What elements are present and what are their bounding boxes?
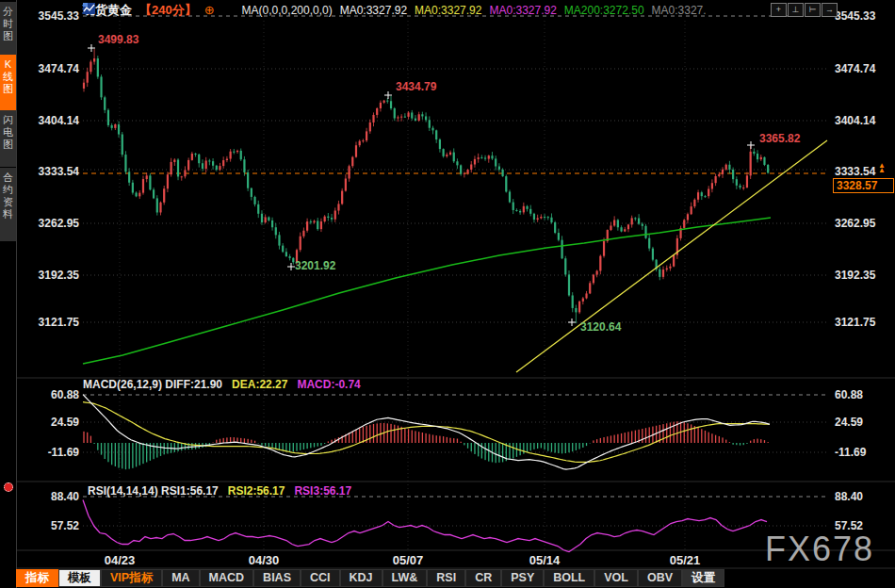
toolbar-button[interactable]: MACD bbox=[201, 570, 253, 586]
toolbar-button[interactable]: 模板 bbox=[59, 570, 100, 586]
price-tick-label: 3333.54 bbox=[835, 165, 875, 178]
sidebar-tab-item[interactable]: 闪电图 bbox=[0, 110, 16, 167]
toolbar-button[interactable]: 指标 bbox=[17, 570, 57, 586]
toolbar-button[interactable]: PSY bbox=[502, 570, 543, 586]
ma-value-label: MA200:3272.50 bbox=[564, 4, 644, 17]
price-annotation: 3365.82 bbox=[759, 132, 800, 145]
axis-scale-left-icon[interactable]: ⊥ bbox=[788, 3, 804, 17]
toolbar-button[interactable]: CR bbox=[466, 570, 500, 586]
price-tick-label: 3192.35 bbox=[17, 269, 79, 282]
date-label: 05/14 bbox=[529, 553, 561, 567]
macd-tick-label: -11.69 bbox=[17, 446, 79, 459]
price-up-arrow-icon: ▲▲ bbox=[878, 163, 886, 172]
toolbar-button[interactable]: KDJ bbox=[341, 570, 382, 586]
macd-tick-label: 60.88 bbox=[17, 388, 79, 401]
price-tick-label: 3121.75 bbox=[17, 316, 79, 329]
toolbar-button[interactable]: CCI bbox=[301, 570, 339, 586]
toolbar-button[interactable]: 设置 bbox=[683, 570, 724, 586]
rsi-tick-label: 88.40 bbox=[17, 490, 79, 503]
price-annotation: 3499.83 bbox=[98, 33, 138, 46]
chart-type-icon[interactable] bbox=[222, 5, 235, 16]
chart-header: 现货黄金 【240分】 ⊕ MA(0,0,0,200,0,0) MA0:3327… bbox=[83, 3, 707, 17]
price-tick-label: 3474.74 bbox=[835, 62, 875, 75]
ma-value-label: MA0:3327.92 bbox=[340, 4, 407, 17]
price-tick-label: 3192.35 bbox=[835, 269, 875, 282]
date-label: 04/30 bbox=[249, 553, 280, 567]
price-annotation: 3120.64 bbox=[580, 320, 621, 334]
macd-header: MACD(26,12,9) DIFF:21.90DEA:22.27MACD:-0… bbox=[83, 378, 370, 391]
pan-right-icon[interactable]: → bbox=[822, 3, 838, 17]
date-label: 05/21 bbox=[670, 553, 701, 567]
axis-scale-right-icon[interactable]: ⊢ bbox=[805, 3, 821, 17]
add-overlay-icon[interactable]: ⊕ bbox=[204, 4, 215, 16]
price-tick-label: 3404.14 bbox=[835, 114, 875, 127]
sidebar-tab-item[interactable]: 合约资料 bbox=[0, 168, 16, 241]
rsi-tick-label: 57.52 bbox=[17, 519, 79, 532]
price-annotation: 3201.92 bbox=[295, 259, 335, 272]
toolbar-button[interactable]: BOLL bbox=[545, 570, 594, 586]
ma-value-label: MA0:3327. bbox=[652, 4, 707, 17]
chart-toolbar-icons: +⊥⊢→ bbox=[771, 3, 838, 17]
sidebar-tab-active[interactable]: K线图 bbox=[0, 55, 16, 111]
left-sidebar: 分时图K线图闪电图合约资料 bbox=[0, 0, 16, 588]
indicator-value-label: RSI2:56.17 bbox=[228, 484, 285, 498]
toolbar-button[interactable]: BIAS bbox=[254, 570, 300, 586]
price-annotation: 3434.79 bbox=[396, 80, 436, 93]
macd-tick-label: 60.88 bbox=[835, 388, 863, 401]
date-label: 05/07 bbox=[393, 553, 424, 567]
sidebar-tab-item[interactable]: 分时图 bbox=[0, 2, 16, 57]
rsi-header: RSI(14,14,14) RSI1:56.17RSI2:56.17RSI3:5… bbox=[88, 484, 361, 498]
ma-values: MA0:3327.92MA0:3327.92MA0:3327.92MA200:3… bbox=[340, 4, 707, 17]
price-tick-label: 3262.95 bbox=[17, 217, 79, 230]
app-window: 分时图K线图闪电图合约资料 现货黄金 【240分】 ⊕ MA(0,0,0,200… bbox=[0, 0, 895, 588]
last-price-badge: 3328.57 bbox=[833, 178, 894, 193]
price-tick-label: 3545.33 bbox=[835, 9, 875, 23]
ma-value-label: MA0:3327.92 bbox=[415, 4, 481, 17]
ma-formula-label: MA(0,0,0,200,0,0) bbox=[242, 4, 333, 17]
toolbar-button[interactable]: MA bbox=[163, 570, 198, 586]
price-tick-label: 3545.33 bbox=[17, 9, 79, 23]
price-tick-label: 3262.95 bbox=[835, 217, 875, 230]
macd-tick-label: -11.69 bbox=[835, 446, 866, 459]
macd-tick-label: 24.59 bbox=[835, 416, 863, 429]
toolbar-button[interactable]: VOL bbox=[595, 570, 637, 586]
record-dot-icon[interactable] bbox=[4, 482, 13, 492]
toolbar-button[interactable]: VIP指标 bbox=[102, 570, 161, 586]
chart-canvas[interactable] bbox=[0, 0, 895, 588]
date-label: 04/23 bbox=[105, 553, 136, 567]
ma-value-label: MA0:3327.92 bbox=[489, 4, 556, 17]
indicator-value-label: MACD:-0.74 bbox=[297, 378, 360, 391]
price-tick-label: 3474.74 bbox=[17, 62, 79, 75]
period-label[interactable]: 【240分】 bbox=[139, 2, 197, 19]
crosshair-tool-icon[interactable]: + bbox=[771, 3, 787, 17]
price-tick-label: 3333.54 bbox=[17, 165, 79, 178]
indicator-value-label: RSI3:56.17 bbox=[294, 484, 351, 498]
macd-tick-label: 24.59 bbox=[17, 416, 79, 429]
indicator-value-label: MACD(26,12,9) DIFF:21.90 bbox=[83, 378, 222, 391]
indicator-value-label: RSI(14,14,14) RSI1:56.17 bbox=[88, 484, 219, 498]
price-tick-label: 3404.14 bbox=[17, 114, 79, 127]
toolbar-button[interactable]: OBV bbox=[639, 570, 681, 586]
toolbar-button[interactable]: LW& bbox=[383, 570, 427, 586]
price-tick-label: 3121.75 bbox=[835, 316, 875, 329]
date-axis: 240分 ▲ 04/2304/3005/0705/1405/21 bbox=[0, 552, 895, 567]
toolbar-button[interactable]: RSI bbox=[428, 570, 464, 586]
rsi-tick-label: 88.40 bbox=[835, 490, 863, 503]
indicator-toolbar: 指标模板VIP指标MAMACDBIASCCIKDJLW&RSICRPSYBOLL… bbox=[17, 570, 724, 586]
indicator-value-label: DEA:22.27 bbox=[232, 378, 287, 391]
